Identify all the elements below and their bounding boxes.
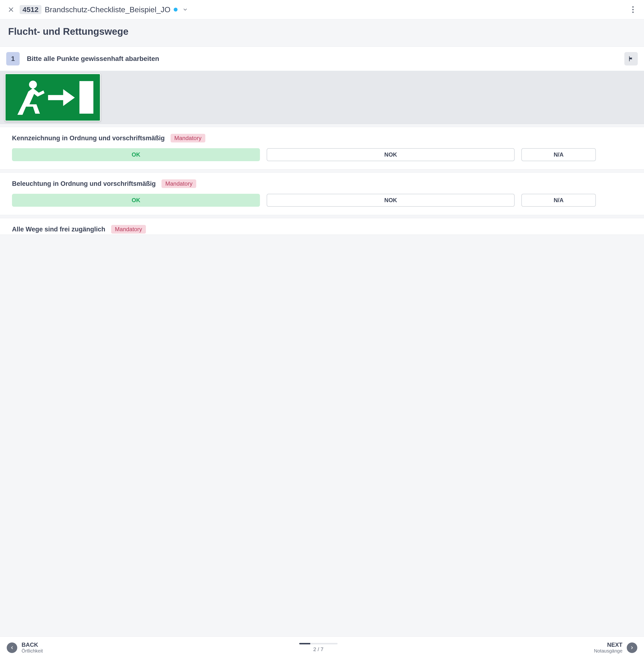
question-text: Kennzeichnung in Ordnung und vorschrifts… (12, 134, 165, 142)
back-nav[interactable]: BACK Örtlichkeit (7, 641, 43, 654)
option-nok[interactable]: NOK (267, 148, 515, 161)
svg-rect-9 (79, 81, 93, 114)
instruction-text: Bitte alle Punkte gewissenhaft abarbeite… (27, 55, 617, 63)
question-card: Beleuchtung in Ordnung und vorschriftsmä… (0, 172, 644, 215)
back-circle-button[interactable] (7, 642, 17, 653)
more-menu-button[interactable] (628, 4, 638, 15)
svg-point-6 (29, 81, 37, 88)
svg-point-3 (632, 9, 634, 10)
option-na[interactable]: N/A (521, 148, 596, 161)
option-ok[interactable]: OK (12, 194, 260, 207)
option-na[interactable]: N/A (521, 194, 596, 207)
mandatory-badge: Mandatory (161, 179, 196, 188)
option-ok[interactable]: OK (12, 148, 260, 161)
close-button[interactable] (6, 4, 16, 15)
section-title: Flucht- und Rettungswege (8, 26, 636, 37)
back-sublabel: Örtlichkeit (22, 648, 43, 654)
progress-center: 2 / 7 (43, 643, 594, 653)
status-dot-icon (174, 8, 178, 12)
option-nok[interactable]: NOK (267, 194, 515, 207)
mandatory-badge: Mandatory (170, 134, 205, 142)
chevron-right-icon (630, 645, 634, 650)
svg-point-2 (632, 6, 634, 8)
footer-nav: BACK Örtlichkeit 2 / 7 NEXT Notausgänge (0, 636, 644, 659)
progress-fill (299, 643, 310, 644)
document-id-badge: 4512 (20, 5, 42, 14)
more-vertical-icon (632, 6, 634, 13)
next-circle-button[interactable] (627, 642, 637, 653)
mandatory-badge: Mandatory (111, 225, 146, 234)
question-text: Beleuchtung in Ordnung und vorschriftsmä… (12, 180, 156, 188)
next-label: NEXT (594, 641, 622, 648)
instruction-number-badge: 1 (6, 52, 20, 65)
chevron-down-icon (183, 7, 188, 12)
chevron-left-icon (10, 645, 14, 650)
header-bar: 4512 Brandschutz-Checkliste_Beispiel_JO (0, 0, 644, 19)
next-sublabel: Notausgänge (594, 648, 622, 654)
next-nav[interactable]: NEXT Notausgänge (594, 641, 637, 654)
section-title-wrap: Flucht- und Rettungswege (0, 19, 644, 46)
question-text: Alle Wege sind frei zugänglich (12, 226, 106, 233)
back-label: BACK (22, 641, 43, 648)
content-scroll[interactable]: Flucht- und Rettungswege 1 Bitte alle Pu… (0, 19, 644, 636)
question-card: Alle Wege sind frei zugänglich Mandatory (0, 218, 644, 235)
flag-button[interactable] (624, 52, 638, 65)
image-attachment-strip (0, 71, 644, 124)
document-title: Brandschutz-Checkliste_Beispiel_JO (45, 5, 170, 14)
title-dropdown-button[interactable] (181, 5, 189, 14)
exit-sign-image[interactable] (5, 73, 101, 122)
progress-bar (299, 643, 338, 644)
svg-rect-7 (48, 95, 65, 100)
close-icon (8, 6, 14, 13)
flag-icon (628, 56, 635, 62)
instruction-row: 1 Bitte alle Punkte gewissenhaft abarbei… (0, 46, 644, 71)
page-indicator: 2 / 7 (313, 646, 324, 653)
question-card: Kennzeichnung in Ordnung und vorschrifts… (0, 127, 644, 170)
emergency-exit-icon (5, 74, 100, 120)
svg-point-4 (632, 12, 634, 13)
